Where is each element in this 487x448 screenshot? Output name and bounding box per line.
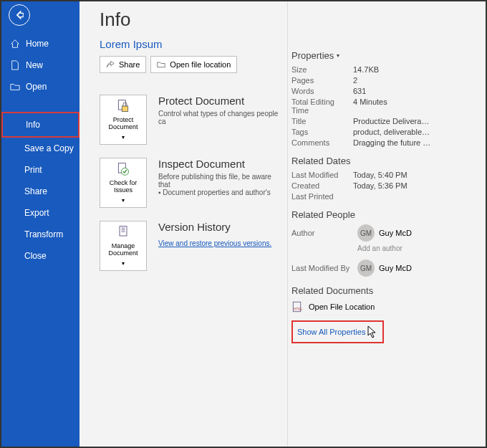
nav-open-label: Open (26, 82, 47, 92)
date-created: CreatedToday, 5:36 PM (291, 181, 482, 190)
version-history-section: Manage Document ▾ Version History View a… (100, 221, 280, 271)
nav-export[interactable]: Export (1, 202, 79, 224)
last-modified-by-avatar[interactable]: GM (357, 259, 375, 277)
home-icon (10, 39, 20, 49)
document-name: Lorem Ipsum (100, 38, 280, 50)
add-author-link[interactable]: Add an author (357, 244, 482, 252)
protect-document-card-label: Protect Document (100, 116, 146, 131)
protect-document-title: Protect Document (158, 95, 280, 107)
check-document-icon (116, 162, 130, 176)
open-file-location-label: Open file location (170, 60, 231, 69)
nav-info-label: Info (26, 120, 40, 130)
properties-header-label: Properties (291, 50, 334, 61)
check-for-issues-card[interactable]: Check for Issues ▾ (100, 158, 147, 208)
prop-title[interactable]: TitleProductize Deliverables (291, 117, 482, 125)
lock-document-icon (116, 99, 130, 113)
prop-tags[interactable]: Tagsproduct, deliverables, opti… (291, 128, 482, 136)
open-file-location-link[interactable]: HTML Open File Location (291, 300, 482, 313)
author-name: Guy McD (379, 229, 412, 237)
prop-words: Words631 (291, 87, 482, 95)
nav-new[interactable]: New (1, 54, 79, 76)
protect-document-card[interactable]: Protect Document ▾ (100, 95, 147, 145)
related-people-header: Related People (291, 209, 482, 220)
open-file-location-button[interactable]: Open file location (150, 56, 237, 73)
nav-save-a-copy-label: Save a Copy (24, 143, 74, 153)
dropdown-caret-icon: ▾ (122, 197, 125, 204)
properties-pane: Properties ▾ Size14.7KB Pages2 Words631 … (287, 1, 486, 447)
open-folder-icon (10, 82, 20, 92)
nav-save-a-copy[interactable]: Save a Copy (1, 138, 79, 159)
manage-document-card[interactable]: Manage Document ▾ (100, 221, 147, 271)
svg-rect-1 (122, 106, 127, 112)
share-button[interactable]: Share (100, 56, 146, 73)
nav-print-label: Print (24, 165, 42, 175)
protect-document-section: Protect Document ▾ Protect Document Cont… (100, 95, 280, 145)
info-toolbar: Share Open file location (100, 56, 280, 73)
nav-share-label: Share (24, 186, 47, 196)
chevron-down-icon: ▾ (337, 52, 339, 59)
nav-home[interactable]: Home (1, 33, 79, 54)
nav-transform-label: Transform (24, 229, 63, 239)
nav-home-label: Home (26, 39, 49, 49)
prop-pages: Pages2 (291, 76, 482, 85)
backstage-sidebar: Home New Open Info Save a Copy Print Sha… (1, 1, 79, 447)
version-history-title: Version History (158, 221, 280, 233)
nav-transform[interactable]: Transform (1, 224, 79, 245)
nav-close-label: Close (24, 251, 47, 261)
last-modified-by-label: Last Modified By (291, 264, 353, 272)
author-avatar[interactable]: GM (357, 224, 375, 242)
inspect-document-title: Inspect Document (158, 158, 280, 170)
related-dates-header: Related Dates (291, 156, 482, 166)
open-file-location-text: Open File Location (309, 302, 375, 311)
svg-rect-4 (120, 227, 127, 236)
nav-share[interactable]: Share (1, 181, 79, 202)
share-icon (106, 60, 115, 69)
svg-text:HTML: HTML (294, 308, 303, 311)
nav-info[interactable]: Info (1, 112, 79, 138)
dropdown-caret-icon: ▾ (122, 134, 125, 140)
prop-comments[interactable]: CommentsDragging the future into n… (291, 138, 482, 147)
related-documents-header: Related Documents (291, 285, 482, 296)
mouse-cursor-icon (367, 325, 378, 339)
protect-document-desc: Control what types of changes people ca (158, 110, 280, 125)
prop-size: Size14.7KB (291, 65, 482, 74)
new-doc-icon (10, 60, 20, 70)
properties-header[interactable]: Properties ▾ (291, 50, 482, 61)
info-center-pane: Info Lorem Ipsum Share Open file locatio… (79, 1, 287, 447)
page-title: Info (100, 9, 280, 31)
manage-document-card-label: Manage Document (100, 242, 146, 257)
date-last-printed: Last Printed (291, 192, 482, 201)
check-for-issues-card-label: Check for Issues (100, 179, 146, 194)
author-row: Author GM Guy McD (291, 224, 482, 242)
back-button[interactable] (9, 4, 30, 26)
dropdown-caret-icon: ▾ (122, 260, 125, 267)
prop-editing-time: Total Editing Time4 Minutes (291, 97, 482, 115)
folder-icon (157, 60, 165, 69)
nav-new-label: New (26, 60, 43, 70)
main-area: Info Lorem Ipsum Share Open file locatio… (79, 1, 486, 447)
inspect-document-section: Check for Issues ▾ Inspect Document Befo… (100, 158, 280, 208)
nav-print[interactable]: Print (1, 159, 79, 181)
back-arrow-icon (14, 10, 24, 20)
html-file-icon: HTML (291, 300, 304, 313)
date-last-modified: Last ModifiedToday, 5:40 PM (291, 171, 482, 179)
last-modified-by-row: Last Modified By GM Guy McD (291, 259, 482, 277)
last-modified-by-name: Guy McD (379, 264, 412, 272)
nav-close[interactable]: Close (1, 245, 79, 267)
nav-open[interactable]: Open (1, 76, 79, 97)
share-button-label: Share (119, 60, 140, 69)
author-label: Author (291, 229, 353, 237)
inspect-document-desc1: Before publishing this file, be aware th… (158, 173, 280, 189)
nav-export-label: Export (24, 208, 49, 218)
version-history-link[interactable]: View and restore previous versions. (158, 239, 271, 247)
show-all-properties-highlight: Show All Properties (291, 320, 384, 343)
manage-document-icon (116, 225, 130, 239)
show-all-properties-link[interactable]: Show All Properties (297, 328, 365, 336)
inspect-document-desc2: ▪ Document properties and author's (158, 189, 280, 196)
